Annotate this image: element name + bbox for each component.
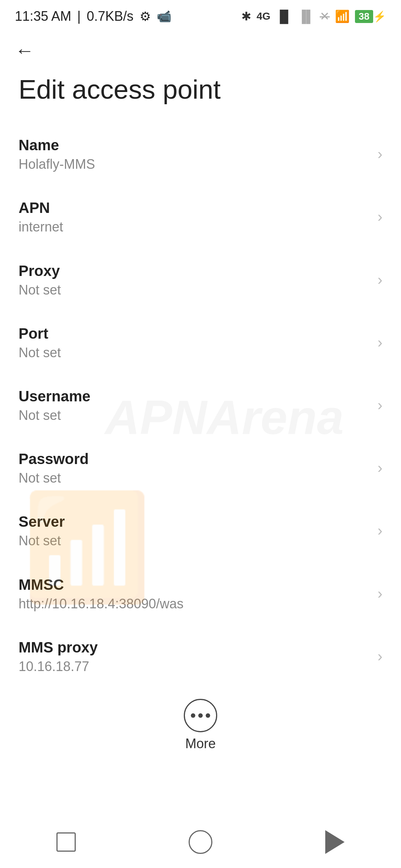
more-section[interactable]: More xyxy=(0,688,401,759)
separator: | xyxy=(77,9,81,24)
chevron-right-icon: › xyxy=(378,460,382,476)
settings-label-username: Username xyxy=(19,387,90,405)
chevron-right-icon: › xyxy=(378,585,382,602)
chevron-right-icon: › xyxy=(378,522,382,539)
chevron-right-icon: › xyxy=(378,146,382,162)
settings-label-proxy: Proxy xyxy=(19,262,61,280)
wifi-icon: 📶 xyxy=(335,9,350,23)
battery-icon: 38 ⚡ xyxy=(355,10,386,23)
bottom-nav xyxy=(0,820,401,868)
time: 11:35 AM xyxy=(15,9,71,24)
chevron-right-icon: › xyxy=(378,397,382,414)
more-dot-1 xyxy=(191,713,195,718)
settings-value-password: Not set xyxy=(19,470,89,486)
settings-item-apn[interactable]: APN internet › xyxy=(0,185,401,248)
status-icons: ✱ 4G ▐▌ ▐▌ ✕ 📶 38 ⚡ xyxy=(241,9,386,23)
home-icon xyxy=(189,830,212,854)
chevron-right-icon: › xyxy=(378,272,382,288)
settings-label-server: Server xyxy=(19,513,65,530)
settings-item-proxy[interactable]: Proxy Not set › xyxy=(0,249,401,311)
status-bar: 11:35 AM | 0.7KB/s ⚙ 📹 ✱ 4G ▐▌ ▐▌ ✕ 📶 38… xyxy=(0,0,401,30)
settings-value-proxy: Not set xyxy=(19,282,61,298)
settings-value-port: Not set xyxy=(19,345,61,361)
settings-item-mms-proxy[interactable]: MMS proxy 10.16.18.77 › xyxy=(0,625,401,688)
chevron-right-icon: › xyxy=(378,648,382,665)
more-icon[interactable] xyxy=(184,699,217,732)
signal-bars2-icon: ▐▌ xyxy=(298,10,314,23)
settings-item-username[interactable]: Username Not set › xyxy=(0,374,401,437)
more-label: More xyxy=(185,736,216,752)
bluetooth-icon: ✱ xyxy=(241,9,251,23)
settings-item-port[interactable]: Port Not set › xyxy=(0,311,401,374)
settings-item-password[interactable]: Password Not set › xyxy=(0,437,401,499)
chevron-right-icon: › xyxy=(378,208,382,225)
settings-list: Name Holafly-MMS › APN internet › Proxy … xyxy=(0,123,401,688)
network-4g-icon: 4G xyxy=(257,10,270,22)
recents-icon xyxy=(56,832,76,852)
status-time-speed: 11:35 AM | 0.7KB/s ⚙ 📹 xyxy=(15,9,172,24)
settings-value-mmsc: http://10.16.18.4:38090/was xyxy=(19,596,183,612)
more-dot-2 xyxy=(198,713,203,718)
chevron-right-icon: › xyxy=(378,334,382,351)
settings-label-mms-proxy: MMS proxy xyxy=(19,638,98,656)
signal-bars-icon: ▐▌ xyxy=(276,10,292,23)
settings-item-server[interactable]: Server Not set › xyxy=(0,499,401,562)
more-dot-3 xyxy=(206,713,210,718)
no-signal-icon: ✕ xyxy=(320,9,330,23)
settings-item-name[interactable]: Name Holafly-MMS › xyxy=(0,123,401,185)
speed: 0.7KB/s xyxy=(87,9,133,24)
settings-label-password: Password xyxy=(19,450,89,468)
settings-value-username: Not set xyxy=(19,407,90,423)
page-title: Edit access point xyxy=(0,68,401,123)
settings-value-mms-proxy: 10.16.18.77 xyxy=(19,658,98,674)
settings-value-server: Not set xyxy=(19,533,65,549)
settings-label-mmsc: MMSC xyxy=(19,576,183,594)
settings-value-apn: internet xyxy=(19,219,63,235)
back-icon xyxy=(325,830,345,854)
settings-label-name: Name xyxy=(19,136,95,154)
settings-item-mmsc[interactable]: MMSC http://10.16.18.4:38090/was › xyxy=(0,562,401,625)
settings-icon: ⚙ xyxy=(140,9,151,24)
settings-value-name: Holafly-MMS xyxy=(19,156,95,172)
settings-label-port: Port xyxy=(19,325,61,342)
back-button[interactable]: ← xyxy=(15,41,34,60)
nav-recents-button[interactable] xyxy=(56,832,76,852)
top-nav: ← xyxy=(0,30,401,68)
nav-back-button[interactable] xyxy=(325,830,345,854)
nav-home-button[interactable] xyxy=(189,830,212,854)
video-icon: 📹 xyxy=(157,9,172,23)
settings-label-apn: APN xyxy=(19,199,63,217)
